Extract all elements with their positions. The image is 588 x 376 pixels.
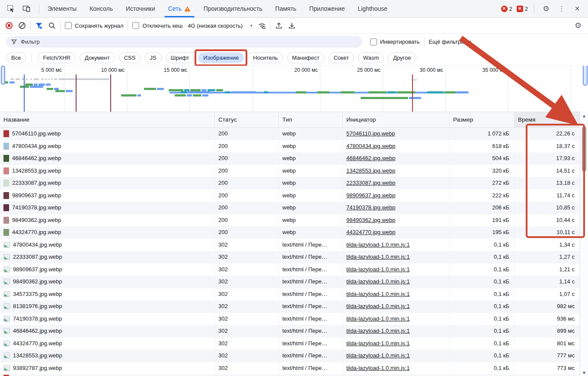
scrollbar-thumb[interactable] (582, 126, 586, 172)
initiator-link[interactable]: 13428553.jpg.webp (346, 167, 396, 174)
chip-font[interactable]: Шрифт (166, 52, 195, 63)
network-request-row[interactable]: 34573375.jpg.webp302text/html / Пере…til… (0, 288, 580, 301)
network-request-row[interactable]: 46846462.jpg.webp302text/html / Пере…til… (0, 325, 580, 337)
tab-sources[interactable]: Источники (119, 0, 162, 17)
initiator-link[interactable]: 57046110.jpg.webp (346, 130, 395, 137)
initiator-link[interactable]: tilda-lazyload-1.0.min.js:1 (346, 241, 410, 248)
initiator-link[interactable]: 22333087.jpg.webp (346, 180, 396, 186)
network-request-row[interactable]: 22333087.jpg.webp200webp22333087.jpg.web… (0, 177, 580, 190)
initiator-link[interactable]: tilda-lazyload-1.0.min.js:1 (346, 328, 410, 334)
disable-cache-checkbox[interactable] (132, 22, 139, 29)
column-header-Тип[interactable]: Тип (279, 112, 343, 127)
tab-application[interactable]: Приложение (303, 0, 351, 17)
chip-all[interactable]: Все (6, 52, 26, 63)
network-request-row[interactable]: 13428553.jpg.webp302text/html / Пере…til… (0, 350, 580, 362)
tab-console[interactable]: Консоль (83, 0, 119, 17)
chip-image[interactable]: Изображение (198, 52, 244, 63)
initiator-link[interactable]: tilda-lazyload-1.0.min.js:1 (346, 365, 410, 371)
request-size-cell: 0,1 кБ (450, 288, 514, 301)
clear-network-log-icon[interactable] (16, 19, 29, 32)
network-request-row[interactable]: 44324770.jpg.webp200webp44324770.jpg.web… (0, 226, 580, 239)
tab-memory[interactable]: Память (269, 0, 303, 17)
filter-input[interactable]: Фильтр (6, 36, 362, 48)
settings-gear-icon[interactable]: ⚙ (540, 4, 552, 13)
scroll-up-icon[interactable]: ▲ (580, 113, 588, 118)
close-devtools-icon[interactable]: ✕ (572, 5, 583, 13)
record-network-log-icon[interactable] (3, 19, 16, 32)
network-overview-timeline[interactable]: 5 000 мс10 000 мс15 000 мс20 000 мс25 00… (0, 66, 588, 112)
network-request-row[interactable]: 47800434.jpg.webp200webp47800434.jpg.web… (0, 140, 580, 153)
overview-right-handle[interactable] (583, 66, 588, 86)
network-request-row[interactable]: 98909637.jpg.webp200webp98909637.jpg.web… (0, 190, 580, 202)
column-header-Время[interactable]: Время▼ (514, 112, 580, 127)
initiator-link[interactable]: 47800434.jpg.webp (346, 143, 396, 149)
column-header-Инициатор[interactable]: Инициатор (343, 112, 450, 127)
preserve-log-toggle[interactable]: Сохранять журнал (65, 22, 123, 29)
network-request-row[interactable]: 46846462.jpg.webp200webp46846462.jpg.web… (0, 152, 580, 165)
column-header-Статус[interactable]: Статус (215, 112, 279, 127)
initiator-link[interactable]: tilda-lazyload-1.0.min.js:1 (346, 303, 410, 309)
network-request-row[interactable]: 98490362.jpg.webp200webp98490362.jpg.web… (0, 214, 580, 227)
tab-network[interactable]: Сеть (162, 0, 197, 17)
chip-fetch-xhr[interactable]: Fetch/XHR (38, 52, 76, 63)
initiator-link[interactable]: tilda-lazyload-1.0.min.js:1 (346, 291, 410, 297)
initiator-link[interactable]: 46846462.jpg.webp (346, 155, 396, 161)
network-settings-gear-icon[interactable]: ⚙ (572, 21, 584, 30)
request-initiator-cell: 13428553.jpg.webp (343, 165, 450, 177)
preserve-log-checkbox[interactable] (65, 22, 72, 29)
initiator-link[interactable]: 44324770.jpg.webp (346, 229, 396, 235)
more-filters-dropdown[interactable]: Ещё фильтры ▼ (429, 39, 472, 45)
request-initiator-cell: 22333087.jpg.webp (343, 177, 450, 190)
network-request-row[interactable]: 93892787.jpg.webp302text/html / Пере…til… (0, 362, 580, 375)
network-conditions-icon[interactable] (256, 19, 268, 32)
initiator-link[interactable]: tilda-lazyload-1.0.min.js:1 (346, 254, 410, 260)
chip-css[interactable]: CSS (119, 52, 141, 63)
chip-media[interactable]: Носитель (248, 52, 283, 63)
initiator-link[interactable]: tilda-lazyload-1.0.min.js:1 (346, 315, 410, 322)
network-request-row[interactable]: 44324770.jpg.webp302text/html / Пере…til… (0, 337, 580, 350)
chip-other[interactable]: Другое (388, 52, 416, 63)
overview-left-handle[interactable] (1, 66, 5, 85)
invert-filter-toggle[interactable]: Инвертировать (370, 39, 420, 45)
chip-document[interactable]: Документ (80, 52, 115, 63)
scroll-down-icon[interactable]: ▼ (580, 370, 588, 375)
initiator-link[interactable]: tilda-lazyload-1.0.min.js:1 (346, 352, 410, 359)
tab-elements[interactable]: Элементы (41, 0, 83, 17)
export-har-icon[interactable] (285, 19, 298, 32)
filter-toggle-icon[interactable] (32, 19, 45, 32)
network-request-row[interactable]: 22333087.jpg.webp302text/html / Пере…til… (0, 251, 580, 264)
initiator-link[interactable]: 98909637.jpg.webp (346, 192, 396, 199)
network-request-row[interactable]: 74190378.jpg.webp302text/html / Пере…til… (0, 313, 580, 325)
chip-manifest[interactable]: Манифест (287, 52, 325, 63)
disable-cache-toggle[interactable]: Отключить кеш (132, 22, 182, 29)
column-header-Название[interactable]: Название (0, 112, 215, 127)
import-har-icon[interactable] (272, 19, 285, 32)
network-request-row[interactable]: 98909637.jpg.webp302text/html / Пере…til… (0, 264, 580, 276)
network-request-row[interactable]: 81381976.jpg.webp302text/html / Пере…til… (0, 300, 580, 313)
network-request-row[interactable]: 47800434.jpg.webp302text/html / Пере…til… (0, 239, 580, 251)
network-request-row[interactable]: 98490362.jpg.webp302text/html / Пере…til… (0, 276, 580, 288)
issues-badge[interactable]: ✕ 2 (517, 6, 528, 12)
vertical-scrollbar[interactable]: ▲ ▼ (580, 112, 588, 376)
network-request-row[interactable]: 74190378.jpg.webp200webp74190378.jpg.web… (0, 202, 580, 214)
network-request-row[interactable]: 57046110.jpg.webp200webp57046110.jpg.web… (0, 128, 580, 140)
chip-socket[interactable]: Сокет (329, 52, 354, 63)
initiator-link[interactable]: tilda-lazyload-1.0.min.js:1 (346, 266, 410, 273)
tab-performance[interactable]: Производительность (197, 0, 269, 17)
initiator-link[interactable]: 74190378.jpg.webp (346, 204, 396, 211)
console-errors-badge[interactable]: ✕ 2 (501, 6, 512, 12)
initiator-link[interactable]: 98490362.jpg.webp (346, 217, 396, 223)
throttling-select[interactable]: 4G (низкая скорость) ▼ (188, 22, 253, 29)
initiator-link[interactable]: tilda-lazyload-1.0.min.js:1 (346, 278, 410, 285)
invert-checkbox[interactable] (370, 39, 377, 45)
inspect-element-icon[interactable] (4, 3, 17, 15)
more-menu-icon[interactable]: ⋮ (556, 5, 567, 13)
chip-js[interactable]: JS (144, 52, 161, 63)
column-header-Размер[interactable]: Размер (450, 112, 514, 127)
tab-lighthouse[interactable]: Lighthouse (351, 0, 394, 17)
device-toolbar-icon[interactable] (20, 3, 33, 15)
chip-wasm[interactable]: Wasm (358, 52, 384, 63)
network-request-row[interactable]: 13428553.jpg.webp200webp13428553.jpg.web… (0, 165, 580, 177)
initiator-link[interactable]: tilda-lazyload-1.0.min.js:1 (346, 340, 410, 347)
search-icon[interactable] (45, 19, 58, 32)
